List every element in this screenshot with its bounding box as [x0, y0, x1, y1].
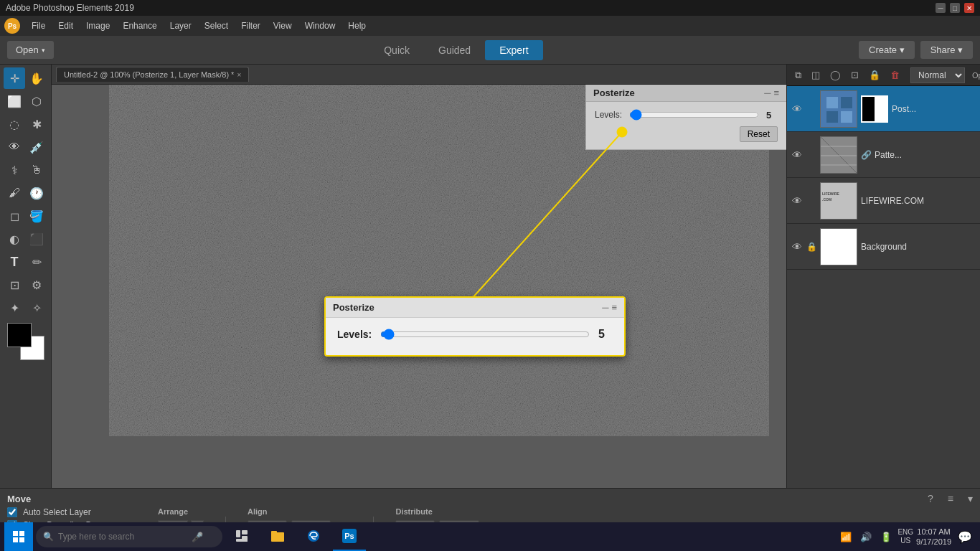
- menu-select[interactable]: Select: [199, 19, 234, 33]
- menu-layer[interactable]: Layer: [164, 19, 197, 33]
- layer-visibility-toggle[interactable]: 👁: [791, 103, 803, 115]
- dialog-menu-icon[interactable]: ≡: [611, 302, 617, 313]
- svg-rect-16: [821, 229, 857, 265]
- layer-row[interactable]: 👁 🔗 Patte...: [787, 132, 980, 178]
- custom-shape-tool[interactable]: ⬛: [26, 228, 47, 250]
- menu-enhance[interactable]: Enhance: [117, 19, 162, 33]
- taskbar-volume-icon[interactable]: 🔊: [857, 532, 875, 542]
- microphone-icon[interactable]: 🎤: [192, 532, 203, 542]
- menu-window[interactable]: Window: [299, 19, 341, 33]
- crop-tool[interactable]: ⊡: [4, 274, 25, 296]
- canvas-tab[interactable]: Untitled-2 @ 100% (Posterize 1, Layer Ma…: [56, 67, 249, 82]
- auto-select-label: Auto Select Layer: [23, 507, 91, 517]
- paint-bucket-tool[interactable]: 🪣: [26, 205, 47, 227]
- move-tool[interactable]: ✛: [4, 67, 25, 89]
- tool-group-lasso: ◌ ✱: [4, 113, 47, 135]
- magic-wand-tool[interactable]: ✱: [26, 113, 47, 135]
- share-button[interactable]: Share ▾: [920, 41, 973, 59]
- svg-rect-50: [242, 536, 248, 542]
- foreground-background-colors[interactable]: [7, 323, 44, 360]
- recompose-tool[interactable]: ⚙: [26, 274, 47, 296]
- start-button[interactable]: [4, 522, 33, 551]
- hand-tool[interactable]: ✋: [26, 67, 47, 89]
- search-input[interactable]: [58, 532, 187, 542]
- dialog-levels-slider[interactable]: [380, 329, 590, 340]
- tab-guided[interactable]: Guided: [424, 40, 485, 60]
- layer-row[interactable]: 👁 LIFEWIRE .COM LIFEWIRE.COM: [787, 178, 980, 224]
- taskbar-photoshop[interactable]: Ps: [333, 522, 366, 551]
- posterize-panel-menu[interactable]: ≡: [773, 88, 779, 98]
- panel-adjust-button[interactable]: ◫: [808, 67, 824, 83]
- pencil-tool[interactable]: ✏: [26, 251, 47, 273]
- notification-button[interactable]: 💬: [954, 522, 976, 551]
- rect-marquee-tool[interactable]: ⬜: [4, 90, 25, 112]
- taskbar-clock[interactable]: 10:07 AM 9/17/2019: [916, 527, 951, 547]
- panel-effects-button[interactable]: ◯: [826, 67, 844, 83]
- layer-lock-icon: [806, 196, 816, 206]
- menu-edit[interactable]: Edit: [52, 19, 79, 33]
- smart-brush-tool[interactable]: ✦: [4, 297, 25, 319]
- blend-mode-select[interactable]: Normal Multiply Screen Overlay: [910, 67, 965, 83]
- layer-row[interactable]: 👁 🔒 Background: [787, 224, 980, 270]
- foreground-color-swatch[interactable]: [7, 323, 32, 347]
- panel-mask-button[interactable]: ⊡: [847, 67, 862, 83]
- tool-group-marquee: ⬜ ⬡: [4, 90, 47, 112]
- close-button[interactable]: ✕: [964, 3, 974, 13]
- open-arrow-icon: ▾: [42, 47, 45, 54]
- clone-tool[interactable]: 🖱: [26, 159, 47, 181]
- text-tool[interactable]: T: [4, 251, 25, 273]
- settings-icon[interactable]: ≡: [948, 493, 953, 504]
- expand-icon[interactable]: ▾: [968, 493, 973, 504]
- menu-filter[interactable]: Filter: [235, 19, 266, 33]
- svg-rect-47: [236, 530, 240, 537]
- layer-row[interactable]: 👁 Post...: [787, 86, 980, 132]
- tab-expert[interactable]: Expert: [485, 40, 542, 60]
- open-button[interactable]: Open ▾: [7, 41, 54, 59]
- lasso-tool[interactable]: ◌: [4, 113, 25, 135]
- app-logo: Ps: [4, 18, 20, 34]
- svg-rect-43: [13, 531, 18, 536]
- create-button[interactable]: Create ▾: [859, 41, 915, 59]
- posterize-panel-minimize[interactable]: ─: [764, 88, 771, 98]
- ellipse-marquee-tool[interactable]: ⬡: [26, 90, 47, 112]
- layer-visibility-toggle[interactable]: 👁: [791, 241, 803, 253]
- posterize-panel-title: Posterize ─ ≡: [586, 85, 786, 102]
- menu-view[interactable]: View: [268, 19, 298, 33]
- eraser-tool[interactable]: ◻: [4, 205, 25, 227]
- spot-heal-tool[interactable]: ⚕: [4, 159, 25, 181]
- gradient-tool[interactable]: ◐: [4, 228, 25, 250]
- history-brush-tool[interactable]: 🕐: [26, 182, 47, 204]
- tab-quick[interactable]: Quick: [369, 40, 424, 60]
- minimize-button[interactable]: ─: [936, 3, 946, 13]
- layer-visibility-toggle[interactable]: 👁: [791, 195, 803, 207]
- menu-file[interactable]: File: [26, 19, 51, 33]
- dialog-levels-label: Levels:: [337, 329, 372, 340]
- tool-group-transform: ⊡ ⚙: [4, 274, 47, 296]
- maximize-button[interactable]: □: [950, 3, 960, 13]
- panel-lock-button[interactable]: 🔒: [865, 67, 884, 83]
- taskbar-edge[interactable]: [297, 522, 330, 551]
- menu-help[interactable]: Help: [342, 19, 372, 33]
- help-icon[interactable]: ?: [928, 493, 933, 504]
- panel-trash-button[interactable]: 🗑: [887, 67, 903, 83]
- taskbar-battery-icon[interactable]: 🔋: [877, 532, 895, 542]
- posterize-reset-button[interactable]: Reset: [740, 126, 778, 142]
- eyedropper-tool[interactable]: 💉: [26, 136, 47, 158]
- taskbar-network-icon[interactable]: 📶: [837, 532, 854, 542]
- detail-smart-tool[interactable]: ✧: [26, 297, 47, 319]
- auto-select-checkbox[interactable]: [7, 507, 17, 517]
- posterize-dialog: Posterize ─ ≡ Levels: 5: [324, 296, 626, 357]
- menu-image[interactable]: Image: [80, 19, 116, 33]
- taskbar-file-explorer[interactable]: [261, 522, 294, 551]
- panel-copy-button[interactable]: ⧉: [791, 67, 805, 83]
- layer-visibility-toggle[interactable]: 👁: [791, 149, 803, 161]
- eye-tool[interactable]: 👁: [4, 136, 25, 158]
- tab-close-button[interactable]: ×: [237, 71, 241, 79]
- dialog-minimize-icon[interactable]: ─: [602, 302, 608, 313]
- posterize-levels-slider[interactable]: [629, 109, 759, 121]
- menubar: Ps File Edit Image Enhance Layer Select …: [0, 16, 980, 36]
- brush-tool[interactable]: 🖌: [4, 182, 25, 204]
- taskbar-task-view[interactable]: [225, 522, 258, 551]
- layer-thumbnail: LIFEWIRE .COM: [820, 182, 857, 220]
- search-bar[interactable]: 🔍 🎤: [36, 526, 222, 547]
